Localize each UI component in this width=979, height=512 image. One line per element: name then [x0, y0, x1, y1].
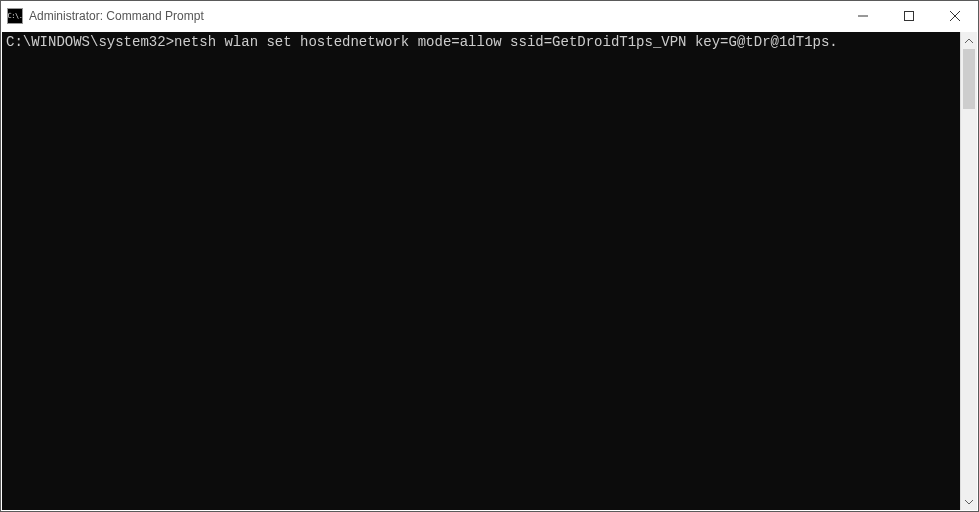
prompt: C:\WINDOWS\system32>	[6, 34, 174, 50]
minimize-button[interactable]	[840, 1, 886, 31]
maximize-icon	[904, 11, 914, 21]
scroll-down-arrow[interactable]	[961, 493, 977, 510]
window-title: Administrator: Command Prompt	[29, 9, 840, 23]
terminal-area: C:\WINDOWS\system32>netsh wlan set hoste…	[1, 31, 978, 511]
app-icon: C:\.	[7, 8, 23, 24]
close-icon	[950, 11, 960, 21]
command-line: C:\WINDOWS\system32>netsh wlan set hoste…	[6, 34, 838, 50]
svg-rect-1	[905, 12, 914, 21]
scroll-thumb[interactable]	[963, 49, 975, 109]
maximize-button[interactable]	[886, 1, 932, 31]
terminal-output[interactable]: C:\WINDOWS\system32>netsh wlan set hoste…	[2, 32, 960, 510]
scroll-up-arrow[interactable]	[961, 32, 977, 49]
window-controls	[840, 1, 978, 31]
command-text: netsh wlan set hostednetwork mode=allow …	[174, 34, 838, 50]
minimize-icon	[858, 11, 868, 21]
vertical-scrollbar[interactable]	[960, 32, 977, 510]
chevron-down-icon	[965, 498, 973, 506]
close-button[interactable]	[932, 1, 978, 31]
titlebar[interactable]: C:\. Administrator: Command Prompt	[1, 1, 978, 31]
chevron-up-icon	[965, 37, 973, 45]
command-prompt-window: C:\. Administrator: Command Prompt C:\WI…	[0, 0, 979, 512]
